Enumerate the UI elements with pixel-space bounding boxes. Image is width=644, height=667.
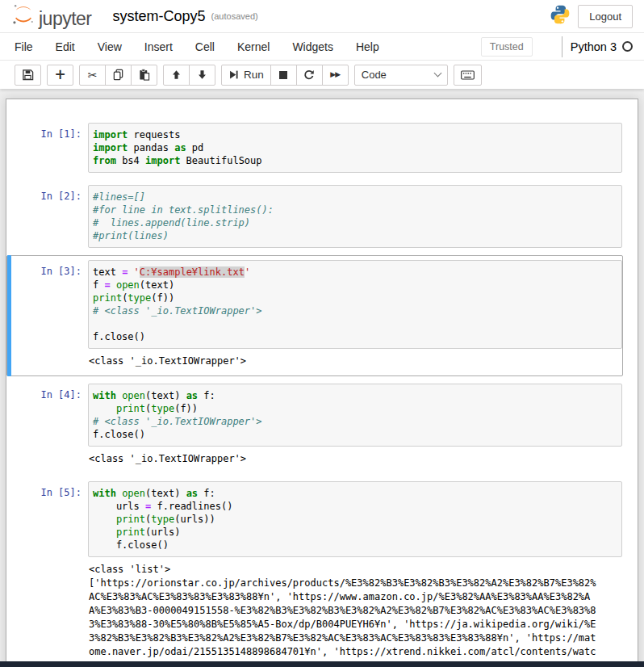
jupyter-logo[interactable]: jupyter (11, 2, 92, 30)
menu-item-file[interactable]: File (15, 33, 44, 60)
run-button-label: Run (244, 69, 264, 81)
menu-item-widgets[interactable]: Widgets (281, 33, 345, 60)
toolbar: + ✂ (0, 61, 644, 89)
chevron-down-icon (433, 69, 441, 78)
code-input[interactable]: #lines=[] #for line in text.splitlines()… (88, 185, 622, 248)
move-cell-up-button[interactable] (163, 65, 190, 86)
notebook-area: In [1]:import requests import pandas as … (0, 89, 644, 667)
save-icon (22, 69, 34, 81)
input-prompt: In [2]: (7, 185, 88, 202)
input-prompt: In [4]: (7, 384, 88, 401)
cell-output: <class '_io.TextIOWrapper'> (88, 447, 622, 469)
code-cell-1[interactable]: In [1]:import requests import pandas as … (6, 118, 623, 178)
cell-output: <class 'list'> ['https://orionstar.co.jp… (88, 557, 622, 662)
menubar: FileEditViewInsertCellKernelWidgetsHelp … (0, 32, 644, 61)
input-prompt: In [3]: (7, 260, 88, 277)
save-button[interactable] (15, 65, 41, 86)
output-prompt (7, 447, 88, 452)
restart-run-all-button[interactable]: ▶▶ (322, 65, 349, 86)
menu-item-edit[interactable]: Edit (44, 33, 86, 60)
code-cell-3[interactable]: In [3]:text = 'C:¥sample¥link.txt' f = o… (6, 255, 623, 376)
input-prompt: In [1]: (7, 123, 88, 140)
notebook-cells: In [1]:import requests import pandas as … (6, 99, 638, 667)
header: jupyter system-Copy5 (autosaved) Logout … (0, 0, 644, 89)
command-palette-button[interactable] (454, 65, 482, 86)
code-input[interactable]: import requests import pandas as pd from… (88, 123, 622, 173)
menu-item-insert[interactable]: Insert (133, 33, 184, 60)
menu-item-view[interactable]: View (86, 33, 133, 60)
cell-output: <class '_io.TextIOWrapper'> (88, 349, 622, 371)
cut-icon: ✂ (88, 69, 98, 81)
jupyter-logo-text: jupyter (39, 10, 92, 30)
menu-item-cell[interactable]: Cell (184, 33, 226, 60)
code-cell-5[interactable]: In [5]:with open(text) as f: urls = f.re… (6, 476, 623, 667)
stop-icon (278, 70, 288, 80)
copy-cell-button[interactable] (105, 65, 132, 86)
trusted-badge: Trusted (481, 37, 533, 57)
cut-cell-button[interactable]: ✂ (79, 65, 106, 86)
interrupt-kernel-button[interactable] (270, 65, 297, 86)
cell-type-dropdown[interactable]: Code (354, 65, 448, 86)
code-input[interactable]: with open(text) as f: print(type(f)) # <… (88, 384, 622, 447)
add-cell-button[interactable]: + (47, 65, 73, 86)
restart-icon (303, 69, 315, 81)
output-prompt (7, 557, 88, 563)
paste-cell-button[interactable] (131, 65, 157, 86)
logout-button[interactable]: Logout (578, 5, 633, 28)
jupyter-logo-icon (11, 2, 36, 30)
keyboard-icon (461, 70, 475, 80)
cell-type-value: Code (362, 69, 387, 81)
kernel-name: Python 3 (571, 40, 617, 53)
move-up-icon (171, 69, 182, 80)
add-cell-icon: + (54, 68, 65, 82)
restart-kernel-button[interactable] (296, 65, 323, 86)
fast-forward-icon: ▶▶ (330, 71, 340, 78)
run-icon (228, 69, 239, 80)
code-input[interactable]: text = 'C:¥sample¥link.txt' f = open(tex… (88, 260, 622, 349)
move-cell-down-button[interactable] (189, 65, 215, 86)
menu-item-kernel[interactable]: Kernel (226, 33, 281, 60)
input-prompt: In [5]: (7, 481, 88, 498)
menu-item-help[interactable]: Help (345, 33, 391, 60)
move-down-icon (197, 69, 207, 80)
code-input[interactable]: with open(text) as f: urls = f.readlines… (88, 481, 622, 557)
run-cell-button[interactable]: Run (221, 65, 271, 86)
menubar-divider (562, 36, 562, 57)
output-prompt (7, 349, 88, 354)
screen-bottom-edge (0, 661, 644, 667)
kernel-idle-icon (622, 41, 633, 52)
python-logo-icon (550, 4, 571, 28)
copy-icon (112, 69, 124, 81)
menu-items: FileEditViewInsertCellKernelWidgetsHelp (15, 33, 391, 60)
paste-icon (138, 69, 150, 81)
code-cell-4[interactable]: In [4]:with open(text) as f: print(type(… (6, 379, 623, 474)
notebook-title[interactable]: system-Copy5 (113, 8, 206, 25)
code-cell-2[interactable]: In [2]:#lines=[] #for line in text.split… (6, 180, 623, 253)
checkpoint-status: (autosaved) (211, 11, 258, 21)
